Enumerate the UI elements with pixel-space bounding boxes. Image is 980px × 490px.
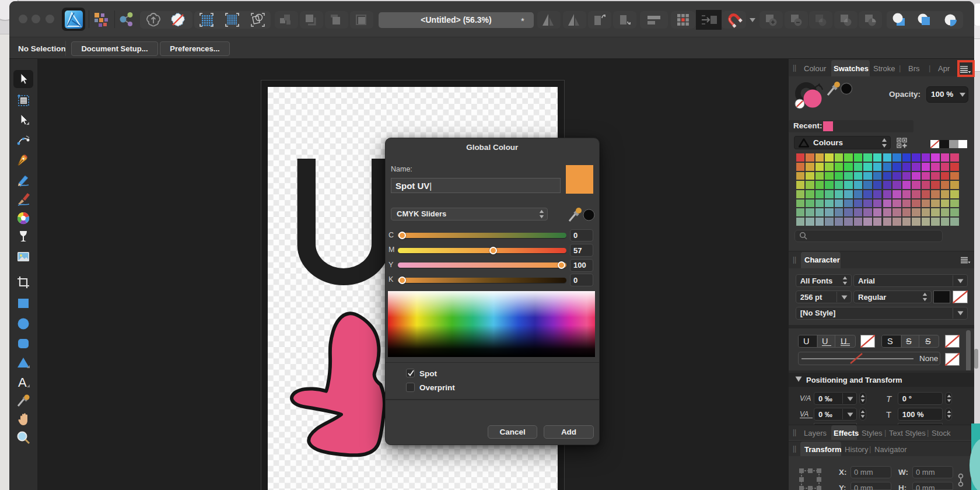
svg-text:A: A	[18, 375, 27, 390]
